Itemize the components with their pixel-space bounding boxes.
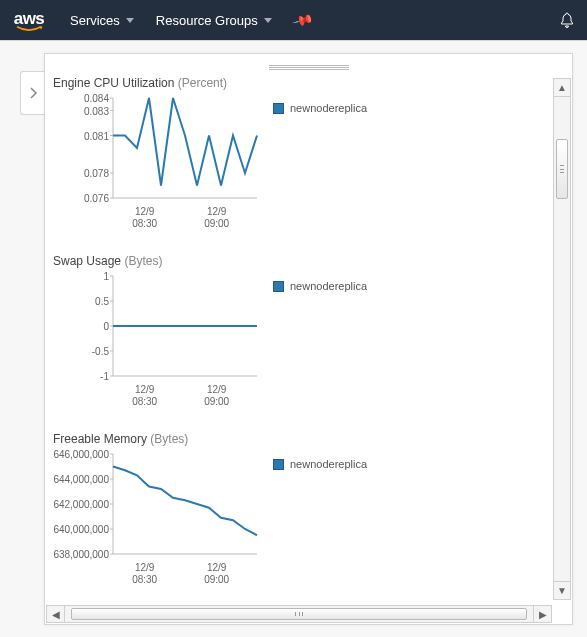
vertical-scrollbar[interactable]: ▲ ▼ <box>553 78 571 600</box>
chart-unit: (Bytes) <box>147 432 188 446</box>
chevron-right-icon <box>29 87 37 99</box>
chart-title-text: Engine CPU Utilization <box>53 76 174 90</box>
x-tick-label: 12/909:00 <box>204 384 229 408</box>
chart-row: 646,000,000644,000,000642,000,000640,000… <box>53 450 544 588</box>
chart-list: Engine CPU Utilization (Percent)0.0840.0… <box>45 74 552 604</box>
bell-icon[interactable] <box>559 12 575 28</box>
scroll-up-arrow-icon[interactable]: ▲ <box>554 79 570 97</box>
chart-plot: 10.50-0.5-112/908:3012/909:00 <box>53 272 263 410</box>
chart-legend: newnodereplica <box>273 458 367 470</box>
chart-title: Swap Usage (Bytes) <box>53 254 544 268</box>
chart-svg <box>53 94 263 204</box>
pin-icon[interactable]: 📌 <box>291 9 314 31</box>
x-tick-label: 12/908:30 <box>132 206 157 230</box>
chart-block: Engine CPU Utilization (Percent)0.0840.0… <box>49 74 548 252</box>
scroll-area: Engine CPU Utilization (Percent)0.0840.0… <box>45 54 572 624</box>
chart-plot: 646,000,000644,000,000642,000,000640,000… <box>53 450 263 588</box>
legend-label: newnodereplica <box>290 458 367 470</box>
series-line <box>113 467 257 536</box>
metrics-panel: Engine CPU Utilization (Percent)0.0840.0… <box>44 53 573 625</box>
chart-plot: 0.0840.0830.0810.0780.07612/908:3012/909… <box>53 94 263 232</box>
chart-row: 0.0840.0830.0810.0780.07612/908:3012/909… <box>53 94 544 232</box>
chart-title-text: Swap Usage <box>53 254 121 268</box>
nav-services-label: Services <box>70 13 120 28</box>
scroll-down-arrow-icon[interactable]: ▼ <box>554 581 570 599</box>
series-line <box>113 98 257 186</box>
chart-block: Swap Usage (Bytes)10.50-0.5-112/908:3012… <box>49 252 548 430</box>
chart-legend: newnodereplica <box>273 102 367 114</box>
chart-svg <box>53 450 263 560</box>
x-tick-label: 12/908:30 <box>132 562 157 586</box>
caret-down-icon <box>126 18 134 23</box>
x-tick-label: 12/908:30 <box>132 384 157 408</box>
aws-logo[interactable]: aws <box>12 9 46 32</box>
chart-unit: (Percent) <box>174 76 227 90</box>
aws-smile-icon <box>12 26 46 32</box>
chart-legend: newnodereplica <box>273 280 367 292</box>
chart-title: Freeable Memory (Bytes) <box>53 432 544 446</box>
chart-svg <box>53 272 263 382</box>
expand-panel-button[interactable] <box>20 71 44 115</box>
legend-swatch <box>273 459 284 470</box>
horizontal-scroll-thumb[interactable] <box>71 608 527 620</box>
legend-label: newnodereplica <box>290 102 367 114</box>
chart-title: Engine CPU Utilization (Percent) <box>53 76 544 90</box>
top-nav: aws Services Resource Groups 📌 <box>0 0 587 40</box>
legend-swatch <box>273 103 284 114</box>
nav-services[interactable]: Services <box>70 13 134 28</box>
nav-resource-groups-label: Resource Groups <box>156 13 258 28</box>
caret-down-icon <box>264 18 272 23</box>
legend-swatch <box>273 281 284 292</box>
x-tick-label: 12/909:00 <box>204 562 229 586</box>
horizontal-scrollbar[interactable]: ◀ ▶ <box>46 605 552 623</box>
x-tick-label: 12/909:00 <box>204 206 229 230</box>
nav-resource-groups[interactable]: Resource Groups <box>156 13 272 28</box>
scroll-right-arrow-icon[interactable]: ▶ <box>533 606 551 622</box>
chart-unit: (Bytes) <box>121 254 162 268</box>
chart-block: Freeable Memory (Bytes)646,000,000644,00… <box>49 430 548 604</box>
chart-row: 10.50-0.5-112/908:3012/909:00newnoderepl… <box>53 272 544 410</box>
scroll-left-arrow-icon[interactable]: ◀ <box>47 606 65 622</box>
content-shell: Engine CPU Utilization (Percent)0.0840.0… <box>0 40 587 637</box>
chart-title-text: Freeable Memory <box>53 432 147 446</box>
legend-label: newnodereplica <box>290 280 367 292</box>
vertical-scroll-thumb[interactable] <box>556 139 568 199</box>
